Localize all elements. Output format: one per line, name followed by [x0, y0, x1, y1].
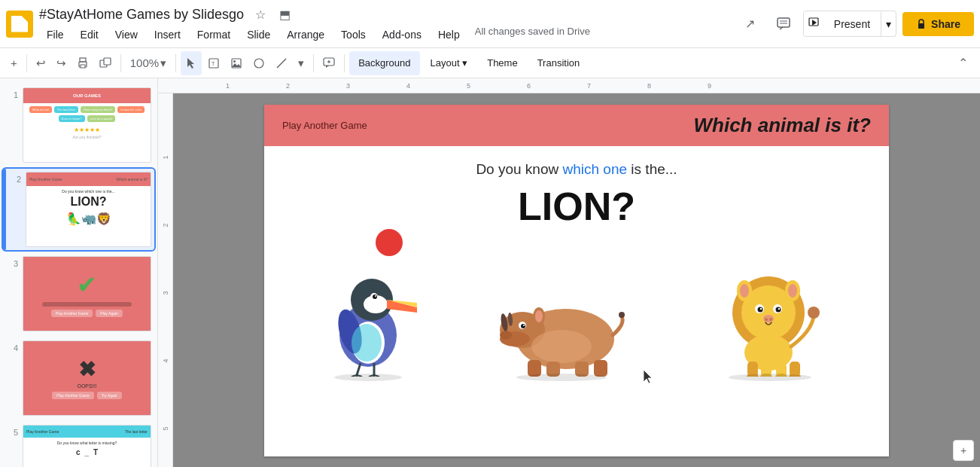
- text-box-button[interactable]: T: [203, 51, 224, 75]
- title-area: #StayAtHome Games by Slidesgo ☆ ⬒ File E…: [39, 5, 737, 44]
- svg-point-67: [775, 307, 781, 312]
- menu-arrange[interactable]: Arrange: [279, 26, 332, 44]
- text-box-icon: T: [208, 57, 220, 69]
- slide-thumb-2[interactable]: 2 Play Another Game Which animal is it? …: [3, 169, 154, 250]
- document-title[interactable]: #StayAtHome Games by Slidesgo: [39, 7, 244, 23]
- menu-file[interactable]: File: [39, 26, 72, 44]
- image-button[interactable]: [226, 51, 247, 75]
- menu-format[interactable]: Format: [190, 26, 238, 44]
- slide-body: Do you know which one is the... LION?: [264, 146, 889, 256]
- slide-num-1: 1: [6, 87, 18, 99]
- svg-point-71: [765, 318, 768, 321]
- menu-view[interactable]: View: [108, 26, 145, 44]
- add-button[interactable]: +: [6, 51, 22, 75]
- line-button[interactable]: [271, 51, 292, 75]
- slide-thumb-4[interactable]: 4 ✖ OOPS!!! Play Another Game Try Again: [3, 337, 154, 419]
- menu-bar: File Edit View Insert Format Slide Arran…: [39, 26, 737, 44]
- slide-answer: LION?: [518, 184, 635, 229]
- canvas-area: 1 2 3 4 5 6 7 8 9 1 2 3 4 5 Play Another…: [158, 78, 980, 467]
- present-label[interactable]: Present: [823, 12, 881, 36]
- svg-text:T: T: [212, 61, 215, 66]
- svg-rect-9: [81, 65, 85, 68]
- add-slide-icon: +: [960, 444, 966, 456]
- svg-point-52: [531, 330, 592, 363]
- transition-button[interactable]: Transition: [528, 51, 589, 75]
- theme-button[interactable]: Theme: [478, 51, 526, 75]
- svg-point-61: [740, 284, 749, 298]
- slide-canvas: Play Another Game Which animal is it? Do…: [264, 105, 889, 456]
- svg-point-68: [759, 307, 761, 309]
- svg-point-29: [373, 295, 377, 299]
- slide-num-4: 4: [6, 340, 18, 353]
- undo-button[interactable]: ↩: [32, 51, 50, 75]
- svg-point-16: [233, 60, 236, 63]
- lion-shadow: [729, 374, 811, 381]
- line-icon: [275, 57, 288, 69]
- undo-icon: ↩: [36, 56, 46, 70]
- clone-button[interactable]: [95, 51, 116, 75]
- slide-header-bar: Play Another Game Which animal is it?: [264, 105, 889, 146]
- comment-add-button[interactable]: [318, 51, 339, 75]
- zoom-value: 100%: [130, 56, 159, 69]
- star-button[interactable]: ☆: [250, 5, 271, 26]
- divider-1: [26, 54, 27, 72]
- redo-button[interactable]: ↪: [52, 51, 71, 75]
- line-type-button[interactable]: ▾: [294, 51, 309, 75]
- add-comment-icon: [323, 57, 335, 69]
- red-ball: [376, 229, 403, 256]
- zoom-button[interactable]: 100% ▾: [126, 51, 171, 75]
- share-button[interactable]: Share: [902, 12, 974, 36]
- add-icon: +: [11, 56, 17, 69]
- menu-addons[interactable]: Add-ons: [375, 26, 429, 44]
- trend-button[interactable]: ↗: [737, 11, 764, 38]
- move-to-drive-button[interactable]: ⬒: [274, 5, 295, 26]
- print-icon: [77, 57, 89, 69]
- menu-edit[interactable]: Edit: [73, 26, 106, 44]
- svg-marker-12: [187, 58, 194, 69]
- slide-thumb-3[interactable]: 3 ✔ Play Another Game Play Again: [3, 253, 154, 334]
- menu-help[interactable]: Help: [431, 26, 467, 44]
- svg-point-51: [535, 310, 543, 322]
- present-dropdown-arrow[interactable]: ▾: [881, 12, 896, 36]
- svg-marker-17: [232, 63, 241, 67]
- slide-question: Do you know which one is the...: [476, 161, 677, 178]
- layout-button[interactable]: Layout ▾: [422, 51, 477, 75]
- slide-thumb-1[interactable]: 1 OUR GAMES What animal The last letter …: [3, 84, 154, 166]
- toucan-shadow: [334, 374, 402, 381]
- slide-header-left-text: Play Another Game: [282, 120, 367, 131]
- autosave-status: All changes saved in Drive: [475, 26, 590, 44]
- present-button[interactable]: Present ▾: [803, 11, 896, 37]
- menu-slide[interactable]: Slide: [239, 26, 278, 44]
- add-slide-bottom-button[interactable]: +: [953, 440, 974, 461]
- main-layout: 1 OUR GAMES What animal The last letter …: [0, 78, 980, 467]
- background-button[interactable]: Background: [349, 51, 419, 75]
- rhino-shadow: [516, 374, 607, 381]
- cursor-icon: [185, 57, 197, 69]
- image-icon: [230, 57, 242, 69]
- menu-insert[interactable]: Insert: [147, 26, 188, 44]
- comments-button[interactable]: [770, 11, 797, 38]
- zoom-arrow: ▾: [160, 56, 166, 70]
- app-icon-shape: [11, 16, 28, 32]
- svg-line-19: [277, 59, 286, 68]
- top-bar: #StayAtHome Games by Slidesgo ☆ ⬒ File E…: [0, 0, 980, 48]
- slide-preview-3: ✔ Play Another Game Play Again: [23, 256, 151, 331]
- svg-rect-8: [80, 58, 86, 62]
- svg-point-66: [757, 307, 762, 312]
- ruler-horizontal: 1 2 3 4 5 6 7 8 9: [158, 78, 980, 93]
- svg-point-70: [763, 315, 774, 322]
- shape-button[interactable]: [248, 51, 269, 75]
- select-tool-button[interactable]: [181, 51, 202, 75]
- menu-tools[interactable]: Tools: [333, 26, 373, 44]
- toucan-svg: [315, 264, 421, 377]
- lion-svg: [702, 264, 838, 377]
- svg-point-69: [778, 307, 779, 309]
- slide-thumb-5[interactable]: 5 Play Another Game The last letter Do y…: [3, 422, 154, 467]
- svg-point-49: [523, 325, 525, 326]
- print-button[interactable]: [72, 51, 93, 75]
- collapse-toolbar-button[interactable]: ⌃: [952, 53, 974, 73]
- divider-4: [313, 54, 314, 72]
- svg-marker-21: [326, 66, 329, 68]
- svg-point-32: [352, 324, 382, 362]
- divider-2: [120, 54, 121, 72]
